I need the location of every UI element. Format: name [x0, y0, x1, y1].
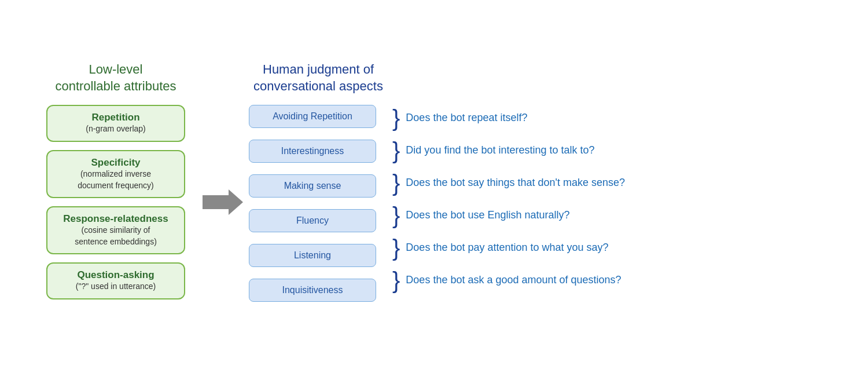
svg-marker-0 — [203, 189, 243, 215]
question-text-5: Does the bot ask a good amount of questi… — [406, 273, 621, 287]
left-column: Low-level controllable attributes Repeti… — [35, 61, 197, 308]
question-row-2: } Does the bot say things that don't mak… — [392, 170, 833, 196]
diagram: Low-level controllable attributes Repeti… — [17, 8, 851, 361]
brace-icon-4: } — [392, 236, 400, 260]
blue-box-interestingness: Interestingness — [249, 140, 376, 163]
titles-row: Human judgment of conversational aspects — [249, 61, 833, 94]
box-title-repetition: Repetition — [57, 112, 175, 123]
question-text-3: Does the bot use English naturally? — [406, 209, 569, 222]
box-subtitle-question-asking: ("?" used in utterance) — [57, 281, 175, 293]
green-box-repetition: Repetition (n-gram overlap) — [46, 105, 185, 142]
brace-icon-0: } — [392, 107, 400, 130]
right-arrow-icon — [203, 189, 243, 215]
box-subtitle-specificity: (normalized inverse document frequency) — [57, 169, 175, 191]
items-questions: Avoiding Repetition Interestingness Maki… — [249, 105, 833, 308]
question-row-5: } Does the bot ask a good amount of ques… — [392, 267, 833, 294]
brace-icon-2: } — [392, 171, 400, 195]
arrow-column — [197, 189, 249, 215]
questions-list: } Does the bot repeat itself? } Did you … — [388, 105, 833, 294]
center-right-section: Human judgment of conversational aspects… — [249, 61, 833, 308]
brace-icon-1: } — [392, 139, 400, 162]
green-box-question-asking: Question-asking ("?" used in utterance) — [46, 262, 185, 299]
box-subtitle-response: (cosine similarity of sentence embedding… — [57, 225, 175, 247]
blue-box-listening: Listening — [249, 244, 376, 267]
question-row-0: } Does the bot repeat itself? — [392, 105, 833, 131]
question-text-4: Does the bot pay attention to what you s… — [406, 241, 608, 254]
box-title-response: Response-relatedness — [57, 213, 175, 225]
question-row-3: } Does the bot use English naturally? — [392, 202, 833, 229]
blue-box-making-sense: Making sense — [249, 174, 376, 198]
blue-box-inquisitiveness: Inquisitiveness — [249, 279, 376, 302]
blue-box-avoiding-repetition: Avoiding Repetition — [249, 105, 376, 128]
green-box-specificity: Specificity (normalized inverse document… — [46, 150, 185, 198]
question-text-2: Does the bot say things that don't make … — [406, 176, 625, 189]
blue-boxes-list: Avoiding Repetition Interestingness Maki… — [249, 105, 388, 308]
left-title: Low-level controllable attributes — [55, 61, 176, 94]
blue-box-fluency: Fluency — [249, 209, 376, 232]
question-row-1: } Did you find the bot interesting to ta… — [392, 137, 833, 164]
middle-title: Human judgment of conversational aspects — [249, 61, 388, 94]
green-box-response: Response-relatedness (cosine similarity … — [46, 206, 185, 254]
brace-icon-5: } — [392, 269, 400, 292]
question-text-0: Does the bot repeat itself? — [406, 111, 527, 125]
question-text-1: Did you find the bot interesting to talk… — [406, 144, 594, 157]
box-title-specificity: Specificity — [57, 157, 175, 169]
question-row-4: } Does the bot pay attention to what you… — [392, 235, 833, 261]
box-title-question-asking: Question-asking — [57, 269, 175, 281]
brace-icon-3: } — [392, 204, 400, 227]
box-subtitle-repetition: (n-gram overlap) — [57, 123, 175, 135]
